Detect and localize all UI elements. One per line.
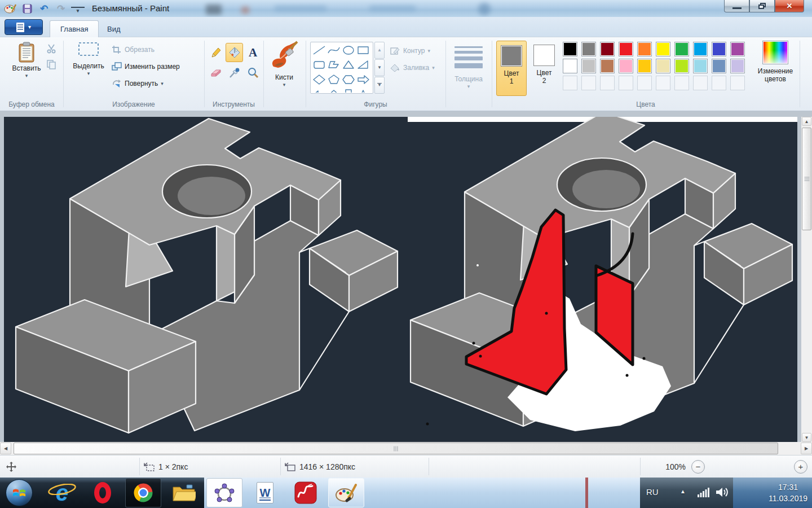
shape-right-triangle[interactable] [356,58,370,72]
taskbar-word[interactable]: W [247,478,283,507]
scroll-up-button[interactable]: ▲ [802,117,811,126]
color-swatch-fff200[interactable] [656,42,670,56]
taskbar-file-explorer[interactable] [166,478,202,507]
gallery-expand-button[interactable]: ▼ [374,77,385,94]
zoom-out-button[interactable]: − [691,460,705,474]
color-swatch-empty[interactable] [600,76,615,90]
vertical-scroll-thumb[interactable] [802,128,811,230]
close-button[interactable]: ✕ [775,0,804,12]
color-swatch-empty[interactable] [581,76,596,90]
thickness-button[interactable]: Толщина ▾ [450,41,487,89]
restore-button[interactable] [749,0,775,12]
color-swatch-empty[interactable] [619,76,633,90]
color-swatch-000000[interactable] [563,42,577,56]
scroll-left-button[interactable]: ◀ [0,443,11,454]
shape-arrow-up[interactable] [326,87,341,93]
tray-expand-arrow[interactable]: ▲ [680,488,686,494]
scroll-right-button[interactable]: ▶ [801,443,812,454]
color2-button[interactable]: Цвет 2 [529,41,559,96]
shape-outline-button[interactable]: Контур ▾ [390,46,430,55]
undo-button[interactable]: ↶ [37,2,51,15]
edit-colors-button[interactable]: Изменение цветов [754,41,796,84]
color-swatch-c3c3c3[interactable] [581,59,596,73]
color-swatch-22b14c[interactable] [674,42,689,56]
color-swatch-empty[interactable] [730,76,745,90]
taskbar-opera[interactable] [85,478,121,507]
quick-access-dropdown[interactable]: ▾ [71,7,85,14]
color-swatch-880015[interactable] [600,42,615,56]
tab-view[interactable]: Вид [97,20,131,37]
horizontal-scroll-thumb[interactable] [14,443,778,454]
fill-tool-selected[interactable] [226,43,243,62]
start-button[interactable] [3,478,35,508]
color-swatch-empty[interactable] [637,76,652,90]
application-menu-button[interactable]: ▾ [5,19,43,35]
shape-rounded-rectangle[interactable] [312,58,326,72]
redo-button[interactable]: ↷ [54,2,68,15]
color-picker-tool[interactable] [226,63,243,82]
color-swatch-ffaec9[interactable] [619,59,633,73]
shape-arrow-right[interactable] [356,72,370,87]
color-swatch-ed1c24[interactable] [619,42,633,56]
color-swatch-7092be[interactable] [712,59,726,73]
tab-home[interactable]: Главная [50,20,99,37]
brushes-button[interactable]: Кисти ▾ [266,38,302,87]
tray-clock[interactable]: 17:31 11.03.2019 [769,481,807,505]
cut-button[interactable] [44,42,59,55]
color-swatch-b97a57[interactable] [600,59,615,73]
color-swatch-00a2e8[interactable] [693,42,708,56]
select-button[interactable]: Выделить ▾ [70,40,107,76]
shape-fill-button[interactable]: Заливка ▾ [390,63,435,72]
shape-curve[interactable] [326,43,341,58]
paste-button[interactable]: Вставить ▾ [8,40,45,78]
volume-icon[interactable] [715,485,730,499]
pencil-tool[interactable] [207,43,224,62]
shape-arrow-left[interactable] [312,87,326,93]
color-swatch-3f48cc[interactable] [712,42,726,56]
eraser-tool[interactable] [207,63,224,82]
copy-button[interactable] [44,58,59,71]
color-swatch-7f7f7f[interactable] [581,42,596,56]
taskbar-chrome-active[interactable] [125,478,161,507]
network-signal-icon[interactable] [697,487,709,498]
color-swatch-b5e61d[interactable] [674,59,689,73]
shape-rectangle[interactable] [356,43,370,58]
language-indicator[interactable]: RU [646,487,659,497]
magnifier-tool[interactable] [244,63,262,82]
shape-pentagon[interactable] [326,72,341,87]
taskbar-geogebra[interactable] [206,478,242,507]
horizontal-scrollbar[interactable]: ◀ ▶ [0,442,812,455]
shape-oval[interactable] [341,43,356,58]
color-swatch-a349a4[interactable] [730,42,745,56]
shape-line[interactable] [312,43,326,58]
color-swatch-empty[interactable] [563,76,577,90]
color-swatch-ffc90e[interactable] [637,59,652,73]
color-swatch-ff7f27[interactable] [637,42,652,56]
drawing-canvas[interactable] [4,117,797,442]
shape-arrow-down[interactable] [341,87,356,93]
color-swatch-ffffff[interactable] [563,59,577,73]
color-swatch-empty[interactable] [712,76,726,90]
shape-polygon[interactable] [326,58,341,72]
resize-button[interactable]: Изменить размер [112,62,180,71]
shape-hexagon[interactable] [341,72,356,87]
shape-star-4[interactable] [356,87,370,93]
color-swatch-efe4b0[interactable] [656,59,670,73]
save-button[interactable] [20,2,34,15]
gallery-scroll-down-button[interactable]: ▼ [374,59,385,76]
color-swatch-empty[interactable] [693,76,708,90]
color-swatch-c8bfe7[interactable] [730,59,745,73]
shape-diamond[interactable] [312,72,326,87]
color-swatch-empty[interactable] [656,76,670,90]
scroll-down-button[interactable]: ▼ [802,433,811,442]
taskbar-red-app[interactable] [288,478,324,507]
crop-button[interactable]: Обрезать [112,45,155,54]
taskbar-internet-explorer[interactable]: e [44,478,80,507]
minimize-button[interactable] [724,0,749,12]
color-swatch-99d9ea[interactable] [693,59,708,73]
color1-button[interactable]: Цвет 1 [496,41,527,96]
vertical-scrollbar[interactable]: ▲ ▼ [801,117,812,442]
text-tool[interactable]: A [244,43,262,62]
color-swatch-empty[interactable] [674,76,689,90]
zoom-in-button[interactable]: + [794,460,807,474]
